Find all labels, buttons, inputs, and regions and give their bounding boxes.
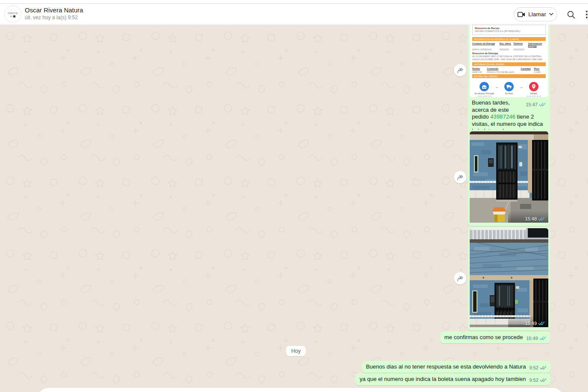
message-time: 15:47 [526, 101, 538, 108]
message-devolviendo[interactable]: Buenos dias al no tener respuesta se est… [362, 361, 550, 373]
doc-direccion-label: Direccion de Entrega [472, 52, 546, 55]
order-document-image[interactable]: Direccion de Recojo NATURA COSMETICOS S.… [470, 25, 548, 97]
window-top-strip [0, 0, 588, 4]
forward-arrow-icon [456, 275, 464, 282]
message-time: 15:48 [525, 216, 537, 221]
message-time: 15:49 [526, 336, 538, 341]
message-photo-facade-1[interactable]: 15:48 [468, 130, 550, 226]
double-check-read-icon [539, 102, 546, 107]
double-check-delivered-icon [540, 378, 547, 383]
forward-message-button[interactable] [454, 272, 466, 285]
doc-status-tracker: En almacen Principal 10-02-2023 6:13 439… [470, 79, 548, 97]
forward-arrow-icon [456, 67, 464, 73]
doc-section-entrega: INFORMACION DE ENTREGA AL CLIENTE [472, 37, 546, 41]
message-time: 9:52 [529, 365, 538, 370]
message-text: ya que el numero que indica la boleta su… [360, 376, 526, 383]
message-confirm[interactable]: me confirmas como se procede 15:49 [440, 331, 550, 343]
doc-direccion-value: AV 13 DE ENERO NRO LT MZ CASA AL COSTADO… [472, 55, 546, 61]
contact-name: Oscar Rivera Natura [25, 6, 83, 14]
search-icon [567, 10, 576, 19]
double-check-read-icon [539, 336, 546, 341]
chevron-down-icon [549, 13, 553, 16]
order-number-link[interactable]: 43987246 [490, 113, 515, 120]
contact-avatar[interactable]: natura [4, 6, 21, 23]
photo-meta: 15:48 [525, 216, 545, 221]
tracker-arrow: → [495, 85, 499, 89]
doc-recojo-label: Direccion de Recojo [475, 26, 543, 30]
whatsapp-chat-window: natura Oscar Rivera Natura últ. vez hoy … [0, 0, 588, 392]
message-time: 15:49 [525, 321, 537, 326]
tracker-step-visitado: Visitado 14-10-2023 10:12 [523, 82, 544, 97]
photo-image [470, 131, 548, 223]
double-check-read-icon [538, 217, 545, 221]
message-meta: 15:47 [526, 101, 546, 108]
chat-message-area: Direccion de Recojo NATURA COSMETICOS S.… [0, 25, 588, 392]
chat-header: natura Oscar Rivera Natura últ. vez hoy … [0, 4, 588, 24]
tracker-step-almacen: En almacen Principal 10-02-2023 6:13 439… [474, 82, 495, 97]
last-seen-status: últ. vez hoy a la(s) 9:52 [25, 14, 83, 21]
search-button[interactable] [566, 10, 576, 19]
photo-building-entrance[interactable]: 15:48 [470, 131, 548, 224]
call-button[interactable]: Llamar [514, 7, 557, 21]
doc-table2-headers: Pedido Contenido Cantidad Peso [472, 67, 546, 70]
doc-table1-headers: Contacto de Entrega Doc. Ident. Telefono… [472, 42, 546, 47]
message-text: me confirmas como se procede [445, 334, 523, 341]
video-camera-icon [518, 12, 525, 17]
forward-message-button[interactable] [454, 64, 466, 76]
warehouse-icon [480, 82, 489, 91]
doc-recojo-value: NATURA COSMETICOS S.A (SP PRINCIPAL) [475, 30, 543, 33]
forward-arrow-icon [456, 174, 464, 180]
message-meta: 15:49 [526, 336, 546, 341]
doc-section-estado: ESTADO DEL PEDIDO [472, 74, 546, 78]
message-meta: 9:52 [529, 365, 547, 370]
menu-button[interactable] [582, 10, 588, 19]
message-photo-facade-2[interactable]: 15:49 [468, 226, 550, 331]
message-order-document[interactable]: Direccion de Recojo NATURA COSMETICOS S.… [468, 25, 550, 137]
message-apagado[interactable]: ya que el numero que indica la boleta su… [355, 373, 550, 385]
contact-info[interactable]: Oscar Rivera Natura últ. vez hoy a la(s)… [25, 6, 83, 21]
message-text: Buenos dias al no tener respuesta se est… [366, 363, 526, 370]
message-caption: 15:47 Buenas tardes, acerca de este pedi… [470, 97, 547, 135]
double-check-read-icon [538, 321, 545, 326]
location-pin-icon [529, 82, 538, 91]
message-meta: 9:52 [529, 377, 547, 383]
message-time: 9:52 [529, 377, 538, 383]
photo-image [470, 228, 548, 327]
doc-table2-row: 43987246 PRODUCTOS DE BELLEZA - 0.0080 [472, 71, 546, 73]
double-check-delivered-icon [540, 366, 547, 370]
date-divider: Hoy [286, 346, 306, 356]
call-button-label: Llamar [528, 11, 546, 17]
photo-building-wide[interactable]: 15:49 [470, 228, 548, 329]
natura-logo-icon [10, 15, 15, 17]
message-input-bar[interactable] [38, 388, 564, 392]
kebab-menu-icon [583, 10, 588, 19]
truck-icon [504, 82, 514, 91]
photo-meta: 15:49 [525, 321, 545, 326]
tracker-step-ruta: En Ruta [499, 82, 520, 95]
forward-message-button[interactable] [454, 171, 466, 183]
doc-section-pedido: INFORMACION DEL PEDIDO [472, 62, 546, 66]
avatar-logo-text: natura [8, 11, 18, 15]
tracker-arrow: → [519, 85, 523, 89]
doc-table1-row: MARIA CARDENAS 00000000 000000000 [472, 48, 546, 51]
